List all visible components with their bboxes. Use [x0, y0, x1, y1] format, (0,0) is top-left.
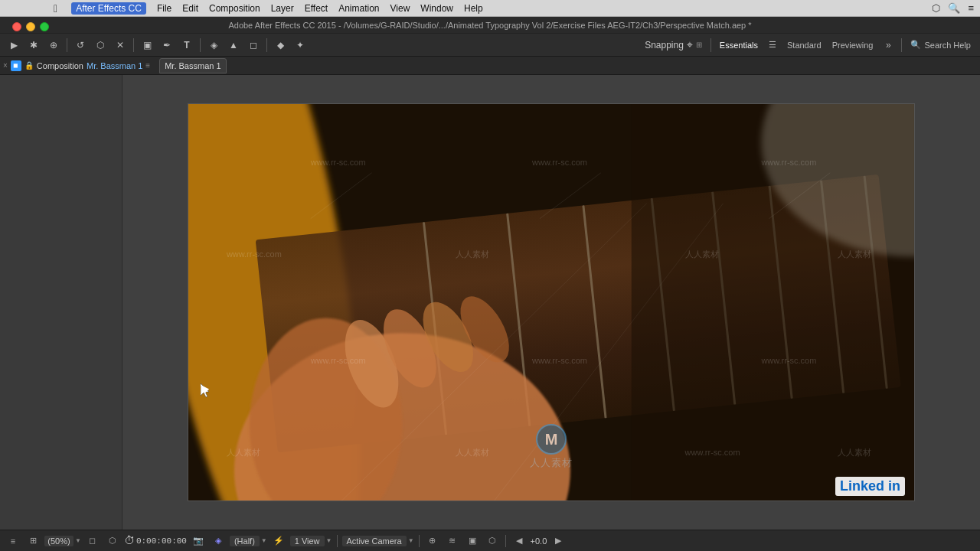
- frame-snapshot-btn[interactable]: 📷: [190, 533, 207, 549]
- comp-icon: ◼: [11, 60, 21, 71]
- frame-size-btn[interactable]: ⬡: [104, 533, 121, 549]
- view-layers-btn[interactable]: ≋: [444, 533, 461, 549]
- workspace-previewing-btn[interactable]: Previewing: [828, 39, 878, 51]
- list-icon[interactable]: ≡: [968, 2, 974, 14]
- snapping-options-icon[interactable]: ⊞: [696, 41, 702, 49]
- selection-tool-btn[interactable]: ▶: [5, 37, 23, 54]
- minimize-button[interactable]: [26, 22, 35, 31]
- quality-value: (Half): [230, 536, 260, 546]
- toolbar-sep-3: [200, 38, 201, 52]
- comp-options-btn[interactable]: ≡: [145, 61, 150, 70]
- comp-tab-area: Mr. Bassman 1: [159, 58, 226, 73]
- menu-effect[interactable]: Effect: [305, 3, 328, 14]
- workspace-more-btn[interactable]: »: [879, 37, 897, 54]
- zoom-value: (50%): [44, 536, 74, 546]
- exposure-up-btn[interactable]: ▶: [550, 533, 567, 549]
- camera-track-btn[interactable]: ✕: [111, 37, 129, 54]
- workspace-buttons: Essentials ☰ Standard Previewing: [715, 38, 878, 51]
- close-button[interactable]: [12, 22, 21, 31]
- quality-select[interactable]: (Half) ▼: [230, 536, 267, 546]
- menu-file[interactable]: File: [157, 3, 172, 14]
- search-help-label: Search Help: [924, 41, 971, 50]
- comp-close-btn[interactable]: ×: [3, 61, 8, 70]
- exposure-down-btn[interactable]: ◀: [511, 533, 528, 549]
- rect-mask-btn[interactable]: ▣: [138, 37, 156, 54]
- pen-tool-btn[interactable]: ✒: [158, 37, 176, 54]
- menu-animation[interactable]: Animation: [338, 3, 379, 14]
- center-watermark: M 人人素材: [530, 424, 573, 470]
- text-tool-btn[interactable]: T: [178, 37, 196, 54]
- toolbar-sep-6: [901, 38, 902, 52]
- menu-composition[interactable]: Composition: [209, 3, 260, 14]
- menu-help[interactable]: Help: [464, 3, 483, 14]
- hand-tool-btn[interactable]: ✱: [24, 37, 43, 54]
- view-select[interactable]: 1 View ▼: [290, 536, 332, 546]
- window-title: Adobe After Effects CC 2015 - /Volumes/G…: [228, 21, 751, 30]
- left-panel: [0, 75, 122, 530]
- statusbar-menu-btn[interactable]: ≡: [5, 533, 21, 549]
- camera-arrow-icon: ▼: [408, 537, 414, 544]
- menu-window[interactable]: Window: [420, 3, 453, 14]
- toolbar-sep-4: [266, 38, 267, 52]
- roto-tool-btn[interactable]: ◆: [271, 37, 289, 54]
- comp-lock-icon: 🔒: [24, 61, 34, 70]
- guitar-canvas: www.rr-sc.com www.rr-sc.com www.rr-sc.co…: [188, 103, 915, 501]
- status-sep-1: [337, 535, 338, 547]
- search-help-btn[interactable]: 🔍 Search Help: [906, 38, 975, 51]
- snapping-label: Snapping: [645, 40, 684, 51]
- center-wm-text: 人人素材: [530, 456, 573, 470]
- canvas-area[interactable]: www.rr-sc.com www.rr-sc.com www.rr-sc.co…: [122, 75, 980, 530]
- rotate-tool-btn[interactable]: ↺: [71, 37, 90, 54]
- window-controls: [12, 22, 49, 31]
- fast-preview-btn[interactable]: ⚡: [270, 533, 287, 549]
- search-menubar-icon[interactable]: 🔍: [948, 2, 960, 14]
- camera-orbit-btn[interactable]: ⬡: [91, 37, 109, 54]
- menu-edit[interactable]: Edit: [182, 3, 198, 14]
- view-arrow-icon: ▼: [326, 537, 332, 544]
- frame-options-btn[interactable]: ◻: [84, 533, 101, 549]
- workspace-menu-btn[interactable]: ☰: [764, 38, 781, 51]
- status-sep-2: [419, 535, 420, 547]
- puppet-tool-btn[interactable]: ✦: [291, 37, 309, 54]
- menu-view[interactable]: View: [390, 3, 410, 14]
- eraser-tool-btn[interactable]: ◻: [244, 37, 263, 54]
- statusbar-grid-btn[interactable]: ⊞: [24, 533, 41, 549]
- comp-tab-mr-bassman[interactable]: Mr. Bassman 1: [159, 58, 226, 73]
- timecode-display: ⏱ 0:00:00:00: [124, 535, 187, 547]
- zoom-display[interactable]: (50%) ▼: [44, 536, 81, 546]
- creative-cloud-icon: ⬡: [932, 2, 940, 14]
- camera-select[interactable]: Active Camera ▼: [342, 536, 414, 546]
- quality-arrow-icon: ▼: [261, 537, 267, 544]
- apple-icon: : [54, 2, 57, 15]
- maximize-button[interactable]: [40, 22, 49, 31]
- search-icon: 🔍: [910, 40, 921, 50]
- titlebar: Adobe After Effects CC 2015 - /Volumes/G…: [0, 17, 980, 34]
- paint-tool-btn[interactable]: ◈: [204, 37, 223, 54]
- timecode-icon: ⏱: [124, 535, 135, 547]
- center-logo-letter: M: [545, 431, 558, 448]
- snapping-group: Snapping ⌖ ⊞: [645, 38, 702, 51]
- menu-aftereffects[interactable]: After Effects CC: [71, 2, 146, 15]
- comp-name-label: Composition: [37, 61, 83, 70]
- zoom-arrow-icon: ▼: [75, 537, 81, 544]
- view-options-btn[interactable]: ⊕: [424, 533, 441, 549]
- center-logo: M: [536, 424, 567, 455]
- linkedin-watermark: Linked in: [835, 477, 905, 496]
- timecode-value[interactable]: 0:00:00:00: [136, 536, 187, 546]
- menubar-right-icons: ⬡ 🔍 ≡: [932, 2, 974, 14]
- macos-menubar:  After Effects CC File Edit Composition…: [0, 0, 980, 17]
- status-sep-3: [505, 535, 506, 547]
- color-options-btn[interactable]: ◈: [210, 533, 227, 549]
- view-3d-btn[interactable]: ⬡: [484, 533, 501, 549]
- snapping-toggle[interactable]: ⌖: [687, 38, 693, 51]
- view-value: 1 View: [290, 536, 325, 546]
- comp-tab-name: Mr. Bassman 1: [87, 61, 142, 70]
- workspace-essentials-btn[interactable]: Essentials: [715, 39, 763, 51]
- workspace-standard-btn[interactable]: Standard: [782, 39, 826, 51]
- menu-layer[interactable]: Layer: [271, 3, 294, 14]
- fingers-area: [250, 248, 571, 501]
- toolbar-sep-5: [710, 38, 711, 52]
- clone-tool-btn[interactable]: ▲: [224, 37, 243, 54]
- zoom-tool-btn[interactable]: ⊕: [44, 37, 63, 54]
- view-render-btn[interactable]: ▣: [464, 533, 481, 549]
